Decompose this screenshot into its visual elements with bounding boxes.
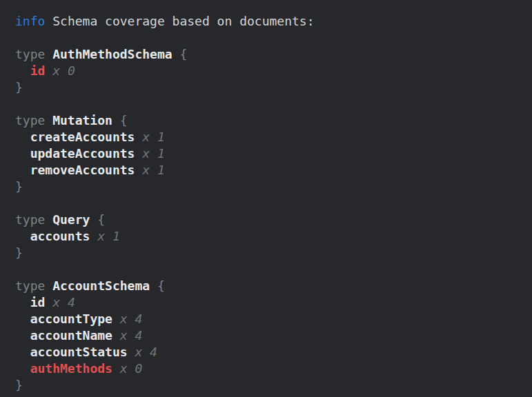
type-block: type AuthMethodSchema { id x 0} — [15, 46, 525, 96]
close-line: } — [15, 179, 525, 195]
open-brace: { — [173, 47, 188, 61]
field-name: id — [30, 63, 46, 78]
type-keyword: type — [15, 212, 52, 227]
open-brace: { — [90, 212, 105, 227]
type-keyword: type — [15, 47, 52, 61]
terminal-output: info Schema coverage based on documents:… — [0, 0, 532, 397]
field-count: x 1 — [90, 229, 119, 243]
field-name: removeAccounts — [30, 163, 135, 177]
field-count: x 1 — [135, 130, 164, 144]
field-count: x 0 — [45, 63, 75, 78]
field-line: accounts x 1 — [15, 228, 525, 245]
schema-coverage-blocks: type AuthMethodSchema { id x 0}type Muta… — [15, 46, 525, 394]
space — [45, 14, 52, 28]
type-name: AccountSchema — [52, 278, 150, 293]
field-line: updateAccounts x 1 — [15, 145, 525, 162]
indent — [15, 361, 30, 376]
type-keyword: type — [15, 113, 52, 128]
field-count: x 0 — [112, 361, 142, 376]
type-declaration-line: type AccountSchema { — [15, 278, 525, 294]
field-name: accounts — [30, 229, 90, 243]
field-line: accountType x 4 — [15, 311, 525, 327]
close-brace: } — [15, 80, 23, 94]
field-line: id x 0 — [15, 63, 525, 79]
type-block: type AccountSchema { id x 4 accountType … — [15, 278, 525, 394]
type-keyword: type — [15, 278, 52, 293]
open-brace: { — [150, 278, 165, 293]
close-line: } — [15, 245, 525, 261]
field-count: x 4 — [45, 295, 75, 309]
close-brace: } — [15, 179, 23, 194]
field-count: x 4 — [112, 328, 142, 343]
indent — [15, 312, 30, 326]
type-name: AuthMethodSchema — [52, 47, 172, 61]
type-block: type Mutation { createAccounts x 1 updat… — [15, 112, 525, 195]
indent — [15, 295, 30, 309]
field-line: authMethods x 0 — [15, 360, 525, 377]
close-line: } — [15, 377, 525, 394]
field-line: removeAccounts x 1 — [15, 162, 525, 179]
field-count: x 1 — [135, 146, 164, 161]
field-count: x 4 — [112, 312, 142, 326]
field-line: accountName x 4 — [15, 327, 525, 344]
type-declaration-line: type AuthMethodSchema { — [15, 46, 525, 63]
indent — [15, 130, 30, 144]
indent — [15, 146, 30, 161]
type-block: type Query { accounts x 1} — [15, 212, 525, 261]
field-name: updateAccounts — [30, 146, 135, 161]
type-name: Mutation — [52, 113, 112, 128]
close-brace: } — [15, 245, 23, 260]
indent — [15, 63, 30, 78]
info-message: Schema coverage based on documents: — [52, 14, 314, 28]
field-name: createAccounts — [30, 130, 135, 144]
type-declaration-line: type Mutation { — [15, 112, 525, 129]
field-name: accountStatus — [30, 345, 128, 359]
field-name: accountName — [30, 328, 112, 343]
field-count: x 4 — [128, 345, 157, 359]
indent — [15, 163, 30, 177]
info-line: info Schema coverage based on documents: — [15, 13, 525, 30]
close-brace: } — [15, 378, 23, 392]
field-line: createAccounts x 1 — [15, 129, 525, 145]
indent — [15, 229, 30, 243]
indent — [15, 328, 30, 343]
field-count: x 1 — [135, 163, 164, 177]
type-declaration-line: type Query { — [15, 212, 525, 228]
field-name: authMethods — [30, 361, 112, 376]
field-name: accountType — [30, 312, 112, 326]
field-line: id x 4 — [15, 294, 525, 311]
field-line: accountStatus x 4 — [15, 344, 525, 360]
info-tag: info — [15, 14, 45, 28]
field-name: id — [30, 295, 46, 309]
close-line: } — [15, 79, 525, 96]
open-brace: { — [112, 113, 128, 128]
indent — [15, 345, 30, 359]
type-name: Query — [52, 212, 90, 227]
